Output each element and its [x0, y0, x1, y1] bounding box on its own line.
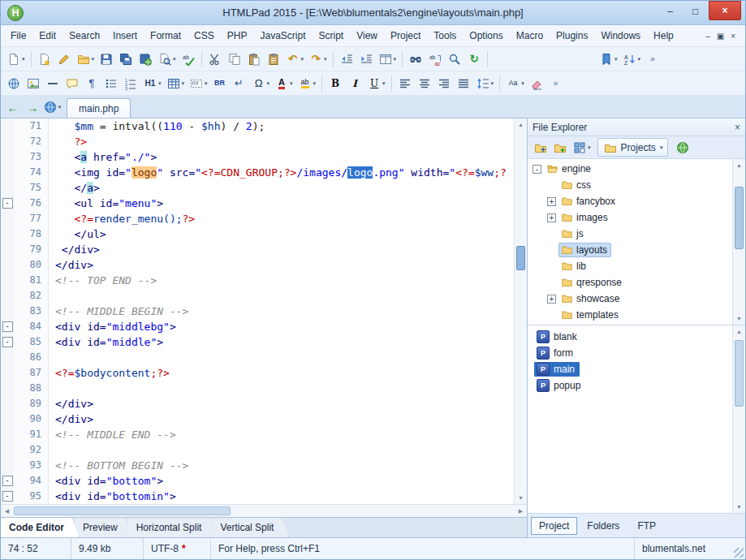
tree-item-templates[interactable]: templates [528, 307, 745, 323]
tab-folders[interactable]: Folders [579, 517, 627, 535]
tree-item-css[interactable]: css [528, 177, 745, 193]
file-item-main[interactable]: Pmain [528, 361, 745, 377]
bullet-list-button[interactable] [102, 74, 120, 93]
scroll-right-icon[interactable]: ▶ [515, 505, 527, 517]
collapse-icon[interactable]: - [2, 491, 13, 502]
menu-view[interactable]: View [350, 26, 384, 45]
font-color-button[interactable]: A▾ [273, 74, 295, 93]
search-doc-button[interactable]: ▾ [156, 50, 178, 69]
eraser-button[interactable] [528, 74, 545, 93]
save-web-button[interactable] [136, 50, 154, 69]
tree-scrollbar[interactable]: ▲ ▼ [732, 159, 745, 325]
menu-file[interactable]: File [4, 26, 32, 45]
overflow-button[interactable]: » [644, 50, 662, 69]
tree-scroll-thumb[interactable] [735, 187, 744, 249]
menu-tools[interactable]: Tools [427, 26, 463, 45]
vertical-scroll-thumb[interactable] [516, 246, 525, 270]
align-left-button[interactable] [396, 74, 414, 93]
file-list-scrollbar[interactable]: ▲ ▼ [732, 325, 745, 513]
resize-grip[interactable] [734, 548, 744, 558]
menu-php[interactable]: PHP [221, 26, 254, 45]
edit-pencil-button[interactable] [55, 50, 73, 69]
list-scroll-thumb[interactable] [735, 340, 744, 407]
highlight-color-button[interactable]: ab▾ [296, 74, 318, 93]
list-scroll-down-icon[interactable]: ▼ [733, 501, 745, 513]
projects-dropdown-button[interactable]: Projects ▾ [597, 138, 669, 157]
menu-insert[interactable]: Insert [106, 26, 144, 45]
form-grid-button[interactable]: ▾ [188, 74, 209, 93]
underline-button[interactable]: U▾ [365, 74, 387, 93]
expander-plus-icon[interactable]: + [547, 295, 556, 304]
tree-item-showcase[interactable]: +showcase [528, 291, 745, 307]
mdi-minimize-icon[interactable]: – [705, 32, 710, 41]
tree-item-fancybox[interactable]: +fancybox [528, 193, 745, 209]
close-button[interactable]: × [709, 1, 741, 20]
minimize-button[interactable]: – [658, 3, 682, 19]
copy-button[interactable] [226, 50, 244, 69]
collapse-icon[interactable]: - [2, 198, 13, 209]
code-editor[interactable]: 71 $mm = intval((110 - $hh) / 2);72 ?>73… [1, 118, 527, 504]
tree-scroll-down-icon[interactable]: ▼ [733, 312, 745, 325]
web-globe-icon[interactable] [675, 140, 690, 155]
replace-button[interactable]: abac [426, 50, 444, 69]
tab-code-editor[interactable]: Code Editor [1, 518, 80, 537]
scroll-down-icon[interactable]: ▼ [515, 492, 527, 504]
return-arrow-button[interactable]: ↵ [231, 74, 248, 93]
save-button[interactable] [97, 50, 115, 69]
fold-marker[interactable]: - [1, 489, 14, 504]
tree-item-images[interactable]: +images [528, 209, 745, 226]
menu-search[interactable]: Search [63, 26, 106, 45]
menu-macro[interactable]: Macro [510, 26, 550, 45]
editor-horizontal-scrollbar[interactable]: ◀ ▶ [1, 504, 527, 517]
menu-help[interactable]: Help [647, 26, 680, 45]
menu-options[interactable]: Options [463, 26, 509, 45]
tree-item-js[interactable]: js [528, 226, 745, 242]
clipboard-button[interactable] [265, 50, 282, 69]
tab-vertical-split[interactable]: Vertical Split [212, 518, 289, 537]
image-button[interactable] [24, 74, 42, 93]
horizontal-scroll-thumb[interactable] [14, 506, 231, 515]
file-item-popup[interactable]: Ppopup [528, 377, 745, 394]
paste-button[interactable] [245, 50, 263, 69]
indent-increase-button[interactable] [357, 50, 375, 69]
file-item-form[interactable]: Pform [528, 345, 745, 361]
browser-button[interactable]: ▾ [42, 98, 62, 116]
back-button[interactable]: ← [3, 98, 23, 116]
split-view-button[interactable]: ▾ [377, 50, 399, 69]
menu-javascript[interactable]: JavaScript [253, 26, 312, 45]
link-globe-button[interactable] [5, 74, 23, 93]
sort-az-button[interactable]: AZ▾ [621, 50, 643, 69]
align-center-button[interactable] [416, 74, 433, 93]
undo-button[interactable]: ↶▾ [284, 50, 306, 69]
panel-close-button[interactable]: × [735, 122, 740, 133]
find-button[interactable] [407, 50, 425, 69]
comment-button[interactable] [63, 74, 81, 93]
pilcrow-button[interactable]: ¶ [83, 74, 101, 93]
cut-button[interactable] [206, 50, 224, 69]
refresh-button[interactable]: ↻ [465, 50, 483, 69]
maximize-button[interactable]: □ [683, 3, 707, 19]
collapse-icon[interactable]: - [2, 476, 13, 486]
menu-edit[interactable]: Edit [32, 26, 63, 45]
redo-button[interactable]: ↷▾ [307, 50, 329, 69]
special-char-button[interactable]: Ω▾ [250, 74, 272, 93]
tree-item-qresponse[interactable]: qresponse [528, 274, 745, 291]
fold-marker[interactable]: - [1, 334, 14, 350]
save-all-button[interactable] [117, 50, 135, 69]
tab-preview[interactable]: Preview [75, 518, 133, 537]
menu-format[interactable]: Format [144, 26, 188, 45]
italic-button[interactable]: I [346, 74, 364, 93]
tree-scroll-up-icon[interactable]: ▲ [733, 159, 745, 171]
tree-item-lib[interactable]: lib [528, 258, 745, 274]
line-spacing-button[interactable]: ▾ [474, 74, 496, 93]
overflow-button[interactable]: » [547, 74, 565, 93]
mdi-close-icon[interactable]: × [731, 32, 735, 41]
document-tab-main-php[interactable]: main.php [67, 98, 131, 118]
fold-marker[interactable]: - [1, 473, 14, 489]
list-scroll-up-icon[interactable]: ▲ [733, 325, 745, 338]
new-wizard-button[interactable] [36, 50, 54, 69]
indent-decrease-button[interactable] [338, 50, 356, 69]
collapse-icon[interactable]: - [2, 337, 13, 347]
table-button[interactable]: ▾ [165, 74, 187, 93]
code-area[interactable]: 71 $mm = intval((110 - $hh) / 2);72 ?>73… [1, 118, 514, 504]
